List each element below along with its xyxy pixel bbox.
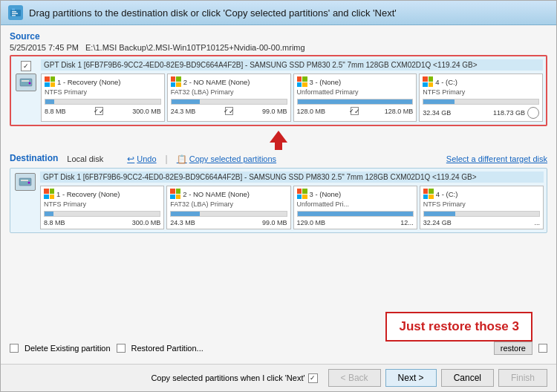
source-info: 5/25/2015 7:45 PM E:\1.MSI Backup\2.MSI-… [10, 43, 547, 52]
next-button[interactable]: Next > [385, 369, 437, 387]
partition-1-checkbox[interactable]: ✓ [95, 107, 103, 115]
dest-partition-4-type: NTFS Primary [423, 200, 540, 208]
dest-partition-2: 2 - NO NAME (None) FAT32 (LBA) Primary 2… [166, 186, 290, 229]
cancel-button[interactable]: Cancel [441, 369, 494, 387]
source-date: 5/25/2015 7:45 PM [10, 43, 79, 52]
source-partition-2: 2 - NO NAME (None) FAT32 (LBA) Primary 2… [167, 74, 291, 122]
partition-4-bar [423, 99, 539, 105]
source-header: Source [10, 31, 547, 42]
arrow-head [270, 131, 287, 143]
svg-rect-2 [12, 11, 16, 13]
app-icon [8, 5, 23, 20]
dest-partition-1-total: 300.0 MB [132, 219, 161, 226]
dest-partition-4-sizes: 32.24 GB ... [423, 219, 540, 226]
svg-point-7 [29, 82, 31, 85]
partition-2-name: 2 - NO NAME (None) [183, 78, 250, 86]
partition-2-total: 99.0 MB [262, 108, 287, 115]
restore-option-checkbox[interactable] [538, 344, 547, 353]
source-partition-3: 3 - (None) Unformatted Primary 128.0 MB … [293, 74, 417, 122]
source-select-checkbox[interactable]: ✓ [21, 61, 31, 71]
source-partition-1: 1 - Recovery (None) NTFS Primary 8.8 MB … [41, 74, 165, 122]
dest-partition-4-total: ... [534, 219, 540, 226]
source-partitions-row: 1 - Recovery (None) NTFS Primary 8.8 MB … [41, 74, 543, 122]
delete-partition-label: Delete Existing partition [25, 344, 111, 353]
restore-button[interactable]: restore [494, 342, 532, 355]
dest-partition-2-fill [171, 212, 200, 216]
partition-3-checkbox[interactable]: ✓ [351, 107, 359, 115]
copy-when-next-checkbox[interactable]: ✓ [308, 373, 318, 383]
dest-partition-4-fill [424, 212, 455, 216]
partition-1-fill [45, 99, 54, 104]
dest-partition-1-sizes: 8.8 MB 300.0 MB [44, 219, 160, 226]
partition-4-name: 4 - (C:) [435, 78, 457, 86]
partition-4-sizes: 32.34 GB 118.73 GB [423, 107, 539, 119]
undo-label: Undo [137, 154, 156, 163]
title-bar: Drag partitions to the destination disk … [1, 1, 556, 25]
source-disk-header: GPT Disk 1 [6FB7F9B6-9CC2-4ED0-82E9-BD9C… [41, 59, 543, 71]
destination-section: Destination Local disk ↩ Undo | 📋 Copy s… [10, 153, 547, 334]
partition-3-type: Unformatted Primary [297, 88, 414, 96]
source-disk-container: ✓ GPT Disk 1 [6FB7F9B6-9CC2-4ED0-82E9-BD… [10, 55, 547, 126]
partition-1-bar [45, 99, 161, 105]
dest-partition-4-bar [423, 211, 540, 217]
dest-partition-3-used: 129.0 MB [297, 219, 326, 226]
annotation-box: Just restore those 3 [385, 312, 532, 342]
dest-partition-4-name: 4 - (C:) [436, 190, 458, 198]
partition-2-type: FAT32 (LBA) Primary [171, 88, 287, 96]
partition-1-total: 300.0 MB [132, 108, 161, 115]
partition-1-name: 1 - Recovery (None) [57, 78, 121, 86]
delete-partition-checkbox[interactable] [10, 344, 19, 353]
partition-4-fill [423, 99, 455, 104]
copy-partitions-label: Copy selected partitions [189, 154, 276, 163]
copy-when-next-label: Copy selected partitions when I click 'N… [151, 373, 304, 382]
svg-point-10 [28, 182, 30, 184]
dest-partition-3-fill [298, 212, 413, 216]
dest-win-flag-2 [170, 189, 180, 199]
footer: Copy selected partitions when I click 'N… [1, 364, 556, 391]
undo-icon: ↩ [127, 154, 134, 164]
partition-3-bar [297, 99, 414, 105]
partition-3-name: 3 - (None) [310, 78, 342, 86]
restore-partition-checkbox[interactable] [117, 344, 126, 353]
svg-rect-4 [12, 15, 16, 16]
destination-header: Destination [10, 153, 58, 163]
copy-icon: 📋 [177, 154, 187, 164]
dest-partition-1-fill [45, 212, 53, 216]
select-target-button[interactable]: Select a different target disk [446, 154, 547, 163]
partition-2-fill [172, 99, 201, 104]
undo-button[interactable]: ↩ Undo [127, 154, 156, 164]
partition-3-sizes: 128.0 MB ✓ 128.0 MB [297, 107, 414, 115]
destination-header-row: Destination Local disk ↩ Undo | 📋 Copy s… [10, 153, 547, 165]
dest-partition-2-bar [170, 211, 287, 217]
annotation-text: Just restore those 3 [399, 319, 519, 333]
dest-partition-3: 3 - (None) Unformatted Pri... 129.0 MB 1… [293, 186, 417, 229]
dest-partition-2-total: 99.0 MB [262, 219, 287, 226]
dest-partitions-row: 1 - Recovery (None) NTFS Primary 8.8 MB … [40, 186, 544, 229]
dest-partition-4: 4 - (C:) NTFS Primary 32.24 GB ... [420, 186, 544, 229]
partition-1-type: NTFS Primary [45, 88, 161, 96]
partition-3-total: 128.0 MB [385, 108, 414, 115]
source-partition-4: 4 - (C:) NTFS Primary 32.34 GB 118.73 GB [419, 74, 543, 122]
dest-partition-1-bar [44, 211, 160, 217]
finish-button[interactable]: Finish [498, 369, 547, 387]
partition-3-fill [298, 99, 413, 104]
dest-disk-icon [13, 172, 37, 192]
back-button[interactable]: < Back [328, 369, 381, 387]
partition-2-checkbox[interactable]: ✓ [225, 107, 233, 115]
dest-partition-2-sizes: 24.3 MB 99.0 MB [170, 219, 287, 226]
source-file: E:\1.MSI Backup\2.MSI-Win10TP10125+Nvidi… [85, 43, 305, 52]
partition-4-circle-checkbox[interactable] [527, 107, 539, 119]
source-section: Source 5/25/2015 7:45 PM E:\1.MSI Backup… [10, 31, 547, 126]
dest-partition-3-sizes: 129.0 MB 12... [297, 219, 414, 226]
copy-partitions-button[interactable]: 📋 Copy selected partitions [177, 154, 276, 164]
dest-partition-3-total: 12... [400, 219, 414, 226]
dest-partition-1-type: NTFS Primary [44, 200, 160, 208]
destination-sublabel: Local disk [67, 154, 103, 163]
main-window: Drag partitions to the destination disk … [0, 0, 557, 392]
dest-disk-header: GPT Disk 1 [6FB7F9B6-9CC2-4ED0-82E9-BD9C… [40, 172, 544, 183]
partition-4-type: NTFS Primary [423, 88, 539, 96]
partition-1-sizes: 8.8 MB ✓ 300.0 MB [45, 107, 161, 115]
copy-when-next-row: Copy selected partitions when I click 'N… [151, 373, 317, 383]
destination-disk-container: GPT Disk 1 [6FB7F9B6-9CC2-4ED0-82E9-BD9C… [10, 168, 547, 233]
dest-partition-3-bar [297, 211, 414, 217]
